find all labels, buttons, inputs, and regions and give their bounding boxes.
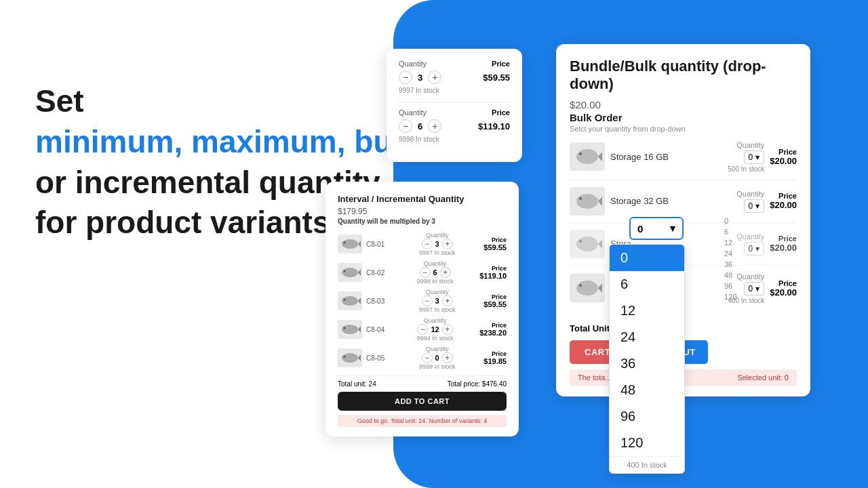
product-price-2: Price $59.55 bbox=[484, 293, 507, 308]
svg-point-8 bbox=[344, 299, 346, 301]
product-plus-4[interactable]: + bbox=[442, 352, 453, 363]
top-qty-card: Quantity Price − 3 + $59.55 9997 In stoc… bbox=[387, 49, 522, 162]
product-row-3: C8-04 Quantity − 12 + 9994 In stock Pric… bbox=[338, 317, 507, 342]
svg-point-23 bbox=[579, 240, 582, 243]
svg-marker-19 bbox=[598, 197, 602, 206]
svg-point-24 bbox=[576, 281, 598, 296]
bundle-order: Bulk Order bbox=[570, 112, 797, 123]
top-row1-values: − 3 + $59.55 bbox=[399, 70, 510, 84]
minus-btn-2[interactable]: − bbox=[399, 119, 412, 133]
product-price-0: Price $59.55 bbox=[484, 237, 507, 251]
dropdown-item-5[interactable]: 48 bbox=[610, 377, 684, 403]
svg-marker-7 bbox=[358, 298, 361, 304]
dropdown-item-3[interactable]: 24 bbox=[610, 324, 684, 350]
product-img-3 bbox=[338, 320, 362, 339]
dropdown-item-1[interactable]: 6 bbox=[610, 271, 684, 298]
product-qty-1: Quantity − 6 + 9998 In stock bbox=[395, 260, 475, 285]
svg-point-20 bbox=[579, 197, 582, 200]
interval-total-row: Total unit: 24 Total price: $476.40 bbox=[338, 375, 507, 388]
top-row2-header: Quantity Price bbox=[399, 108, 510, 117]
side-item-3: 24 bbox=[719, 248, 742, 259]
side-item-4: 36 bbox=[719, 259, 742, 270]
svg-point-15 bbox=[576, 149, 598, 164]
interval-card: Interval / Incremental Quantity $179.95 … bbox=[326, 182, 519, 436]
bundle-note: Selct your quantity from drop-down bbox=[570, 125, 797, 133]
dropdown-list: 0 6 12 24 36 48 96 120 400 In stock bbox=[609, 244, 685, 474]
svg-marker-13 bbox=[358, 354, 361, 361]
plus-btn-1[interactable]: + bbox=[428, 70, 441, 84]
product-minus-4[interactable]: − bbox=[422, 352, 433, 363]
qty-controls-2: − 6 + bbox=[399, 119, 441, 133]
side-dropdown-items: 0 6 12 24 36 48 96 120 bbox=[719, 216, 742, 302]
bundle-title: Bundle/Bulk quantity (drop-down) bbox=[570, 58, 797, 94]
quantity-dropdown-overlay: 0 ▾ 0 6 12 24 36 48 96 120 400 In stock bbox=[629, 217, 684, 240]
product-price-3: Price $238.20 bbox=[479, 322, 507, 337]
svg-point-3 bbox=[342, 268, 358, 277]
price-val-1: $59.55 bbox=[483, 73, 510, 83]
side-item-1: 6 bbox=[719, 226, 742, 237]
bundle-info-text: The tota... bbox=[578, 373, 612, 382]
svg-point-0 bbox=[342, 239, 358, 249]
top-row1-header: Quantity Price bbox=[399, 60, 510, 68]
selected-unit: Selected unit: 0 bbox=[737, 373, 789, 382]
svg-point-9 bbox=[342, 325, 358, 334]
interval-total-price: Total price: $476.40 bbox=[448, 380, 507, 388]
product-qty-2: Quantity − 3 + 9997 In stock bbox=[395, 289, 479, 313]
minus-btn-1[interactable]: − bbox=[399, 70, 412, 84]
product-plus-1[interactable]: + bbox=[440, 267, 451, 278]
qty-num-1: 3 bbox=[418, 73, 422, 83]
bundle-product-0: Storage 16 GB Quantity 0 ▾ 500 In stock … bbox=[570, 141, 797, 180]
interval-price: $179.95 bbox=[338, 207, 507, 216]
bundle-price-0: Price $20.00 bbox=[770, 148, 797, 166]
product-row-2: C8-03 Quantity − 3 + 9997 In stock Price… bbox=[338, 289, 507, 313]
product-plus-0[interactable]: + bbox=[442, 239, 453, 249]
product-qty-4: Quantity − 0 + 9999 In stock bbox=[395, 346, 479, 370]
dropdown-value: 0 bbox=[637, 223, 643, 235]
svg-point-26 bbox=[579, 284, 582, 287]
product-minus-1[interactable]: − bbox=[420, 267, 431, 278]
svg-marker-16 bbox=[598, 152, 602, 161]
bundle-select-2[interactable]: 0 ▾ bbox=[744, 242, 765, 256]
bundle-qty-1: Quantity 0 ▾ bbox=[736, 190, 764, 213]
product-plus-3[interactable]: + bbox=[442, 324, 453, 335]
svg-marker-25 bbox=[598, 283, 602, 293]
side-item-2: 12 bbox=[719, 237, 742, 248]
product-minus-0[interactable]: − bbox=[422, 239, 433, 249]
side-item-6: 96 bbox=[719, 281, 742, 291]
product-minus-3[interactable]: − bbox=[417, 324, 428, 335]
svg-marker-1 bbox=[358, 241, 361, 247]
stock-1: 9997 In stock bbox=[399, 87, 510, 94]
bundle-img-0 bbox=[570, 142, 605, 171]
dropdown-item-6[interactable]: 96 bbox=[610, 403, 684, 430]
svg-marker-4 bbox=[358, 269, 361, 276]
product-qty-0: Quantity − 3 + 9997 In stock bbox=[395, 232, 479, 256]
stock-2: 9998 In stock bbox=[399, 136, 510, 143]
bundle-select-1[interactable]: 0 ▾ bbox=[744, 199, 765, 213]
bundle-stock-0: 500 In stock bbox=[728, 165, 764, 173]
dropdown-item-2[interactable]: 12 bbox=[610, 298, 684, 324]
price-label-1: Price bbox=[492, 60, 510, 68]
add-to-cart-button[interactable]: ADD TO CART bbox=[338, 392, 507, 411]
product-name-3: C8-04 bbox=[366, 326, 391, 333]
dropdown-item-0[interactable]: 0 bbox=[610, 245, 684, 271]
bundle-price-1: Price $20.00 bbox=[770, 192, 797, 210]
side-item-0: 0 bbox=[719, 216, 742, 226]
svg-point-17 bbox=[579, 152, 582, 155]
bundle-price-3: Price $20.00 bbox=[770, 279, 797, 298]
product-plus-2[interactable]: + bbox=[442, 296, 453, 306]
dropdown-item-4[interactable]: 36 bbox=[610, 350, 684, 377]
bundle-price: $20.00 bbox=[570, 99, 797, 110]
product-minus-2[interactable]: − bbox=[422, 296, 433, 306]
bundle-img-1 bbox=[570, 187, 605, 216]
side-item-5: 48 bbox=[719, 270, 742, 281]
side-item-7: 120 bbox=[719, 291, 742, 302]
qty-label-1: Quantity bbox=[399, 60, 427, 68]
plus-btn-2[interactable]: + bbox=[428, 119, 441, 133]
product-img-1 bbox=[338, 263, 362, 282]
dropdown-item-7[interactable]: 120 bbox=[610, 430, 684, 456]
qty-controls-1: − 3 + bbox=[399, 70, 441, 84]
svg-point-21 bbox=[576, 237, 598, 251]
dropdown-trigger[interactable]: 0 ▾ bbox=[629, 217, 684, 240]
bundle-select-3[interactable]: 0 ▾ bbox=[744, 282, 765, 296]
bundle-select-0[interactable]: 0 ▾ bbox=[744, 150, 765, 164]
